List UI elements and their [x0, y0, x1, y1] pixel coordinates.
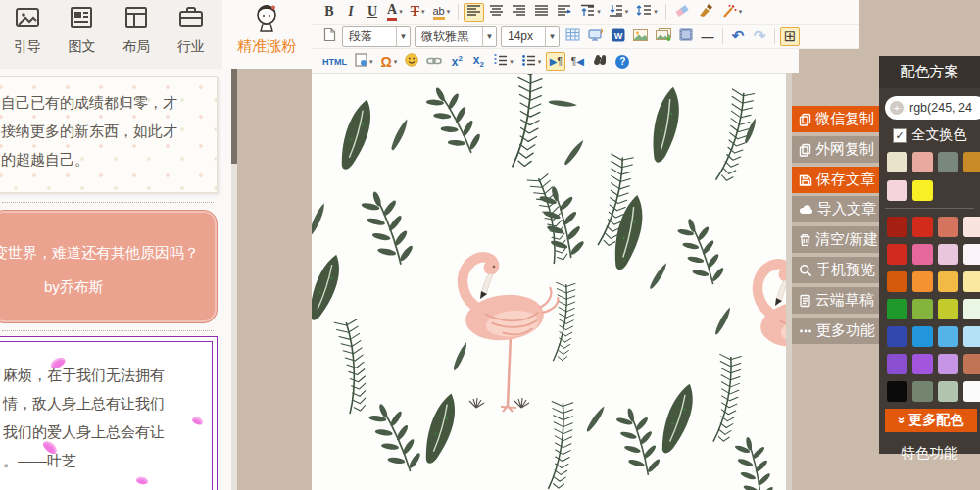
color-swatch[interactable]: [887, 326, 907, 347]
spacing-after-button[interactable]: ▾: [606, 3, 632, 22]
color-swatch[interactable]: [938, 271, 958, 292]
color-swatch[interactable]: [938, 354, 958, 374]
color-swatch[interactable]: [887, 271, 907, 292]
recolor-toggle[interactable]: ✓ 全文换色: [879, 126, 980, 144]
ordered-list-button[interactable]: ▾: [490, 52, 516, 71]
sidebar-item-industry[interactable]: 行业: [164, 0, 219, 69]
insert-video-button[interactable]: [676, 27, 696, 46]
line-height-button[interactable]: ▾: [633, 3, 661, 22]
color-swatch[interactable]: [963, 299, 980, 319]
phone-preview-button[interactable]: 手机预览: [792, 257, 890, 283]
insert-table-button[interactable]: [563, 27, 583, 46]
sidebar-scrollbar[interactable]: [231, 69, 237, 490]
color-swatch[interactable]: [963, 271, 980, 292]
color-swatch[interactable]: [963, 354, 980, 374]
color-swatch[interactable]: [912, 381, 933, 402]
font-family-select[interactable]: 微软雅黑▼: [415, 26, 497, 47]
bold-button[interactable]: B: [319, 3, 339, 22]
subscript-button[interactable]: x2: [468, 52, 488, 71]
new-doc-button[interactable]: [319, 27, 339, 46]
sidebar-item-layout[interactable]: 布局: [109, 0, 164, 69]
color-swatch[interactable]: [887, 354, 907, 374]
featured-functions-button[interactable]: 特色功能: [879, 438, 980, 467]
color-swatch[interactable]: [963, 381, 980, 402]
more-colors-button[interactable]: » 更多配色: [885, 409, 977, 432]
more-functions-button[interactable]: 更多功能: [792, 318, 890, 344]
color-swatch[interactable]: [887, 217, 907, 237]
editor-canvas[interactable]: [312, 74, 786, 490]
template-card-quote2[interactable]: 变世界，难道还有其他原因吗？ by乔布斯: [0, 210, 218, 323]
font-size-select[interactable]: 14px▼: [501, 26, 560, 47]
media-import-button[interactable]: [585, 27, 607, 46]
indent-button[interactable]: [554, 3, 575, 22]
color-swatch[interactable]: [887, 381, 907, 402]
color-swatch[interactable]: [912, 180, 933, 201]
import-article-button[interactable]: 导入文章: [792, 196, 890, 222]
align-center-button[interactable]: [486, 3, 507, 22]
color-swatch[interactable]: [963, 244, 980, 265]
color-swatch[interactable]: [887, 299, 907, 319]
unordered-list-button[interactable]: ▾: [518, 52, 545, 71]
superscript-button[interactable]: x2: [447, 52, 466, 71]
help-button[interactable]: ?: [612, 52, 632, 71]
import-word-button[interactable]: W: [609, 27, 628, 46]
color-swatch[interactable]: [912, 299, 933, 319]
color-swatch[interactable]: [938, 381, 958, 402]
ltr-button[interactable]: ▶¶: [546, 52, 565, 71]
align-left-button[interactable]: [464, 3, 484, 22]
sidebar-item-article[interactable]: 图文: [55, 0, 110, 69]
color-swatch[interactable]: [938, 326, 958, 347]
color-swatch[interactable]: [938, 217, 958, 237]
clear-new-button[interactable]: 清空/新建: [792, 226, 890, 253]
magic-format-button[interactable]: ▾: [718, 3, 746, 22]
fullscreen-button[interactable]: ⊞: [780, 27, 800, 46]
fans-growth-button[interactable]: 精准涨粉: [222, 0, 312, 69]
align-right-button[interactable]: [509, 3, 529, 22]
undo-button[interactable]: ↶: [728, 27, 748, 46]
italic-button[interactable]: I: [341, 3, 361, 22]
underline-button[interactable]: U: [363, 3, 382, 22]
insert-images-button[interactable]: [653, 27, 674, 46]
color-swatch[interactable]: [887, 180, 907, 201]
color-swatch[interactable]: [912, 271, 933, 292]
format-painter-button[interactable]: [695, 3, 716, 22]
color-swatch[interactable]: [963, 152, 980, 172]
add-color-icon[interactable]: +: [890, 101, 904, 115]
wechat-copy-button[interactable]: 微信复制: [792, 106, 890, 132]
scrollbar-thumb[interactable]: [231, 69, 237, 164]
color-swatch[interactable]: [912, 326, 933, 347]
color-swatch[interactable]: [938, 244, 958, 265]
highlight-button[interactable]: ab▾: [430, 3, 454, 22]
color-swatch[interactable]: [938, 152, 958, 172]
template-button[interactable]: ▾: [352, 52, 376, 71]
color-swatch[interactable]: [912, 354, 933, 374]
template-card-quote3[interactable]: 麻烦，在于我们无法拥有 情，敌人身上总有让我们 我们的爱人身上总会有让 。——叶…: [0, 336, 218, 490]
html-source-button[interactable]: HTML: [319, 52, 350, 71]
color-swatch[interactable]: [963, 217, 980, 237]
checkbox-checked-icon[interactable]: ✓: [893, 128, 907, 143]
special-char-button[interactable]: Ω▾: [378, 52, 401, 71]
align-justify-button[interactable]: [531, 3, 552, 22]
cloud-draft-button[interactable]: 云端草稿: [792, 287, 890, 314]
rtl-button[interactable]: ¶◀: [567, 52, 587, 71]
color-swatch[interactable]: [938, 299, 958, 319]
find-replace-button[interactable]: [589, 52, 611, 71]
sidebar-item-guide[interactable]: 引导: [0, 0, 55, 69]
paragraph-select[interactable]: 段落▼: [342, 26, 411, 47]
color-swatch[interactable]: [912, 152, 933, 172]
clear-format-button[interactable]: [671, 3, 693, 22]
font-color-button[interactable]: A▾: [384, 3, 406, 22]
color-swatch[interactable]: [887, 152, 907, 172]
external-copy-button[interactable]: 外网复制: [792, 136, 890, 163]
emoji-button[interactable]: [402, 52, 421, 71]
insert-image-button[interactable]: [630, 27, 651, 46]
color-swatch[interactable]: [963, 326, 980, 347]
spacing-before-button[interactable]: ▾: [577, 3, 604, 22]
template-card-quote1[interactable]: 自己已有的成绩都归零，才 接纳更多的新东西，如此才 的超越自己。: [0, 76, 218, 193]
insert-link-button[interactable]: [423, 52, 445, 71]
save-article-button[interactable]: 保存文章: [792, 167, 890, 193]
redo-button[interactable]: ↷: [750, 27, 769, 46]
color-swatch[interactable]: [887, 244, 907, 265]
strikethrough-button[interactable]: T▾: [408, 3, 428, 22]
color-value-field[interactable]: +: [885, 96, 980, 120]
